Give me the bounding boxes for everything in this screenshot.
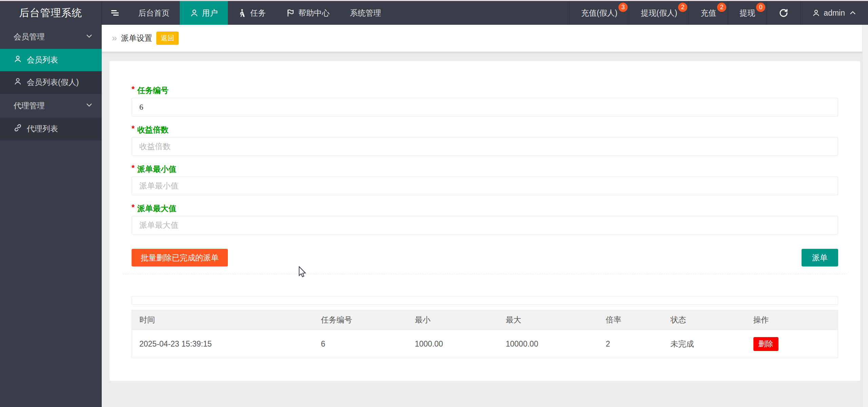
breadcrumb-arrows-icon: » [112, 33, 117, 43]
nav-item-label: 系统管理 [350, 8, 381, 18]
refresh-icon [778, 8, 789, 18]
admin-username: admin [824, 8, 845, 18]
field-label: *派单最大值 [132, 202, 838, 212]
nav-item-system[interactable]: 系统管理 [340, 1, 391, 25]
user-icon [14, 55, 22, 65]
sidebar-item-member-list[interactable]: 会员列表 [0, 49, 102, 71]
navbar-right-group: 充值(假人) 3 提现(假人) 2 充值 2 提现 0 admin [569, 1, 868, 25]
user-icon [190, 8, 199, 17]
dispatch-min-input[interactable] [132, 177, 838, 195]
table-row: 2025-04-23 15:39:15 6 1000.00 10000.00 2… [132, 330, 838, 358]
refresh-button[interactable] [767, 1, 800, 25]
sidebar-group-agent-management[interactable]: 代理管理 [0, 94, 102, 118]
cell-task-number: 6 [314, 330, 408, 358]
flag-icon [286, 8, 295, 17]
batch-delete-button[interactable]: 批量删除已完成的派单 [132, 249, 228, 266]
chevron-up-icon [849, 9, 856, 17]
form-item-dispatch-min: *派单最小值 [132, 163, 838, 195]
col-action: 操作 [746, 310, 838, 330]
app-logo: 后台管理系统 [0, 1, 102, 25]
nav-item-withdraw-fake[interactable]: 提现(假人) 2 [629, 1, 689, 25]
sidebar-item-member-list-fake[interactable]: 会员列表(假人) [0, 71, 102, 94]
sidebar-group-label: 会员管理 [14, 32, 45, 42]
scrollbar-track[interactable] [862, 25, 868, 407]
task-number-input[interactable] [132, 98, 838, 116]
empty-toolbar [132, 296, 838, 305]
link-icon [14, 124, 22, 134]
nav-item-label: 任务 [250, 8, 266, 18]
user-icon [812, 9, 820, 17]
top-navbar: 后台管理系统 后台首页 用户 任务 帮助中心 系统管理 充值(假人) 3 [0, 1, 868, 25]
col-task-number: 任务编号 [314, 310, 408, 330]
sidebar-group-member-management[interactable]: 会员管理 [0, 25, 102, 49]
cell-min: 1000.00 [408, 330, 498, 358]
sidebar-item-label: 会员列表 [27, 55, 58, 65]
required-asterisk: * [132, 124, 135, 133]
admin-menu[interactable]: admin [800, 1, 868, 25]
field-label: *任务编号 [132, 84, 838, 94]
hamburger-icon [111, 8, 119, 17]
dispatch-table: 时间 任务编号 最小 最大 倍率 状态 操作 2025-04-23 15:39:… [132, 310, 838, 358]
nav-item-label: 充值(假人) [581, 8, 617, 18]
nav-item-label: 提现(假人) [641, 8, 677, 18]
sidebar-item-agent-list[interactable]: 代理列表 [0, 118, 102, 140]
nav-item-users[interactable]: 用户 [180, 1, 228, 25]
chevron-down-icon [85, 32, 93, 42]
divider [123, 274, 847, 274]
field-label: *派单最小值 [132, 163, 838, 173]
cell-action: 删除 [746, 330, 838, 358]
nav-item-label: 用户 [202, 8, 218, 18]
status-badge: 未完成 [663, 330, 746, 358]
col-min: 最小 [408, 310, 498, 330]
recharge-fake-badge: 3 [618, 3, 628, 12]
nav-item-recharge-fake[interactable]: 充值(假人) 3 [569, 1, 629, 25]
cell-max: 10000.00 [498, 330, 598, 358]
main-content: » 派单设置 返回 *任务编号 *收益倍数 *派单最小值 *派单最大值 [102, 25, 868, 381]
form-item-profit-multiplier: *收益倍数 [132, 124, 838, 156]
required-asterisk: * [132, 164, 135, 172]
sidebar-item-label: 代理列表 [27, 124, 58, 134]
nav-item-label: 后台首页 [138, 8, 170, 18]
nav-item-label: 充值 [701, 8, 716, 18]
nav-item-recharge[interactable]: 充值 2 [689, 1, 728, 25]
sidebar-collapse-button[interactable] [102, 1, 128, 25]
dispatch-button[interactable]: 派单 [802, 249, 838, 266]
back-button[interactable]: 返回 [156, 32, 179, 45]
nav-item-tasks[interactable]: 任务 [228, 1, 276, 25]
withdraw-fake-badge: 2 [678, 3, 687, 12]
col-status: 状态 [663, 310, 746, 330]
sidebar: 会员管理 会员列表 会员列表(假人) 代理管理 代理列表 [0, 25, 102, 407]
recharge-badge: 2 [717, 3, 726, 12]
form-actions: 批量删除已完成的派单 派单 [132, 249, 838, 266]
sidebar-item-label: 会员列表(假人) [27, 77, 79, 88]
delete-button[interactable]: 删除 [753, 337, 778, 351]
dispatch-settings-card: *任务编号 *收益倍数 *派单最小值 *派单最大值 批量删除已完成的派单 派单 [110, 61, 860, 381]
nav-item-home[interactable]: 后台首页 [128, 1, 180, 25]
user-icon [14, 77, 22, 88]
required-asterisk: * [132, 85, 135, 94]
nav-item-label: 提现 [739, 8, 755, 18]
dispatch-max-input[interactable] [132, 216, 838, 235]
nav-item-label: 帮助中心 [298, 8, 330, 18]
content-gap [102, 52, 868, 61]
field-label: *收益倍数 [132, 124, 838, 134]
page-title: 派单设置 [121, 33, 152, 43]
cell-time: 2025-04-23 15:39:15 [132, 330, 314, 358]
sidebar-group-label: 代理管理 [14, 100, 45, 111]
withdraw-badge: 0 [756, 3, 765, 12]
col-max: 最大 [498, 310, 598, 330]
breadcrumb: » 派单设置 返回 [102, 25, 868, 52]
walking-person-icon [238, 8, 247, 17]
table-header-row: 时间 任务编号 最小 最大 倍率 状态 操作 [132, 310, 838, 330]
col-time: 时间 [132, 310, 314, 330]
nav-item-withdraw[interactable]: 提现 0 [728, 1, 767, 25]
col-rate: 倍率 [598, 310, 663, 330]
chevron-down-icon [85, 101, 93, 111]
required-asterisk: * [132, 203, 135, 212]
profit-multiplier-input[interactable] [132, 137, 838, 156]
nav-item-help-center[interactable]: 帮助中心 [276, 1, 340, 25]
form-item-task-number: *任务编号 [132, 84, 838, 116]
form-item-dispatch-max: *派单最大值 [132, 202, 838, 235]
cell-rate: 2 [598, 330, 663, 358]
